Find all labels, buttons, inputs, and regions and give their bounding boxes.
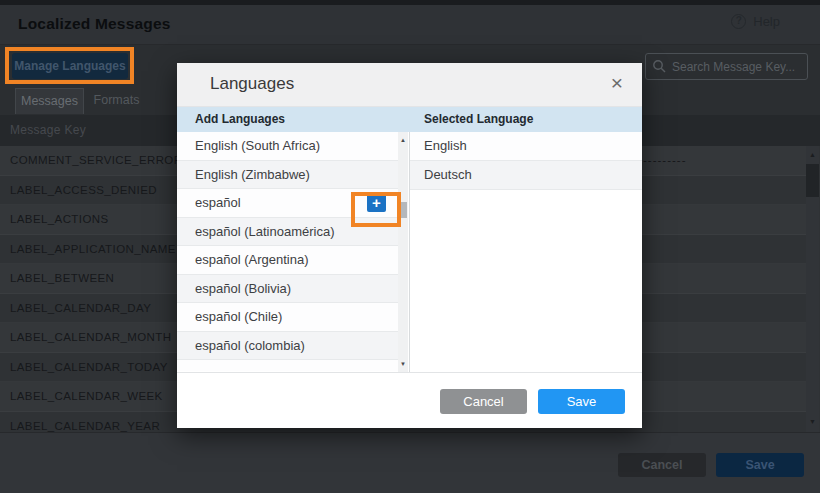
language-label: español — [195, 195, 367, 210]
column-headers: Add Languages Selected Language — [177, 107, 642, 132]
add-language-button[interactable]: + — [367, 193, 386, 212]
language-label: español (colombia) — [195, 338, 386, 353]
message-key-cell: LABEL_ACCESS_DENIED — [10, 184, 157, 196]
close-icon[interactable]: × — [605, 71, 629, 95]
language-list-item[interactable]: English (South Africa) — [177, 132, 398, 161]
language-list-item[interactable]: español (Argentina) — [177, 246, 398, 275]
language-list-item[interactable]: español + — [177, 189, 398, 218]
page-footer: Cancel Save — [0, 432, 820, 493]
selected-languages-list: English Deutsch — [410, 132, 642, 372]
app-header: Localized Messages ? Help — [0, 5, 820, 45]
dialog-cancel-button[interactable]: Cancel — [440, 389, 527, 414]
dialog-body: English (South Africa) English (Zimbabwe… — [177, 132, 642, 372]
language-label: English (South Africa) — [195, 138, 386, 153]
selected-language-column-header: Selected Language — [424, 112, 533, 126]
language-label: español (Chile) — [195, 309, 386, 324]
tab-messages[interactable]: Messages — [15, 88, 84, 114]
language-label: español (Argentina) — [195, 252, 386, 267]
message-key-cell: LABEL_CALENDAR_DAY — [10, 302, 151, 314]
language-list-item[interactable]: español (Chile) — [177, 303, 398, 332]
dialog-footer: Cancel Save — [177, 372, 642, 428]
page-save-button[interactable]: Save — [716, 453, 804, 477]
language-list-item[interactable]: English (Zimbabwe) — [177, 161, 398, 190]
page-cancel-button[interactable]: Cancel — [618, 453, 706, 477]
search-input[interactable] — [645, 53, 808, 80]
message-key-cell: LABEL_CALENDAR_YEAR — [10, 420, 160, 432]
message-key-cell: LABEL_APPLICATION_NAME — [10, 243, 176, 255]
message-key-cell: LABEL_ACTIONS — [10, 213, 109, 225]
dialog-list-scrollbar[interactable]: ▲ ▼ — [398, 132, 408, 372]
help-label: Help — [753, 14, 780, 29]
language-label: español (Bolivia) — [195, 281, 386, 296]
selected-language-item[interactable]: Deutsch — [410, 161, 642, 190]
message-key-cell: LABEL_BETWEEN — [10, 272, 114, 284]
tab-formats[interactable]: Formats — [84, 88, 149, 114]
scrollbar-thumb[interactable] — [806, 164, 819, 197]
message-key-cell: LABEL_CALENDAR_TODAY — [10, 361, 168, 373]
scroll-down-icon[interactable]: ▼ — [398, 361, 408, 367]
message-key-cell: LABEL_CALENDAR_WEEK — [10, 390, 163, 402]
language-list-item[interactable]: español (colombia) — [177, 332, 398, 361]
language-list-item[interactable]: español (Bolivia) — [177, 275, 398, 304]
page-title: Localized Messages — [18, 15, 171, 33]
message-key-cell: LABEL_CALENDAR_MONTH — [10, 331, 171, 343]
clipped-language-row[interactable] — [177, 360, 398, 371]
selected-language-label: Deutsch — [424, 167, 472, 182]
selected-language-item[interactable]: English — [410, 132, 642, 161]
message-value-cell: --------- — [643, 146, 686, 176]
scrollbar-thumb[interactable] — [399, 202, 407, 218]
help-button[interactable]: ? Help — [731, 14, 780, 29]
page-vertical-scrollbar[interactable]: ▲ ▼ — [806, 146, 819, 432]
language-list-item[interactable]: español (Latinoamérica) — [177, 218, 398, 247]
scroll-up-icon[interactable]: ▲ — [398, 137, 408, 143]
search-box — [645, 53, 808, 80]
languages-dialog: Languages × Add Languages Selected Langu… — [177, 63, 642, 428]
available-languages-list: English (South Africa) English (Zimbabwe… — [177, 132, 398, 372]
add-languages-column-header: Add Languages — [195, 112, 285, 126]
scroll-down-icon[interactable]: ▼ — [806, 416, 819, 428]
language-label: español (Latinoamérica) — [195, 224, 386, 239]
manage-languages-button[interactable]: Manage Languages — [12, 53, 128, 79]
dialog-header: Languages × — [177, 63, 642, 107]
scroll-up-icon[interactable]: ▲ — [806, 149, 819, 161]
language-label: English (Zimbabwe) — [195, 167, 386, 182]
selected-language-label: English — [424, 138, 467, 153]
help-icon: ? — [731, 14, 746, 29]
dialog-title: Languages — [210, 74, 294, 94]
dialog-save-button[interactable]: Save — [538, 389, 625, 414]
